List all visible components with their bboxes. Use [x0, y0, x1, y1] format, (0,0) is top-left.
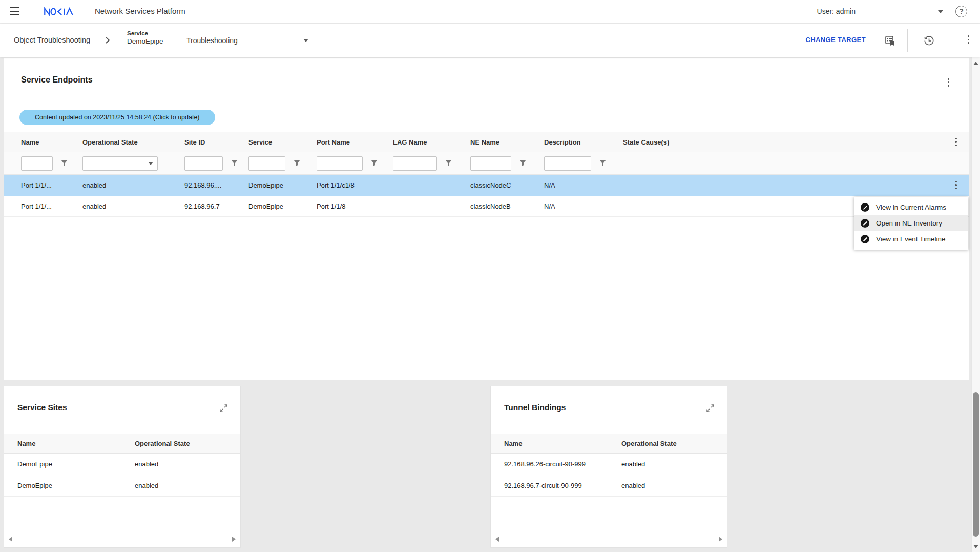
cell-service: DemoEpipe [248, 181, 317, 189]
filter-funnel-icon[interactable] [231, 160, 238, 167]
filter-funnel-icon[interactable] [519, 160, 526, 167]
cell-name: 92.168.96.7-circuit-90-999 [504, 482, 621, 489]
view-selector-value: Troubleshooting [186, 36, 238, 45]
filter-input-service[interactable] [248, 156, 285, 171]
row-context-menu: View in Current Alarms Open in NE Invent… [854, 197, 968, 250]
col-header-ne-name[interactable]: NE Name [470, 138, 544, 146]
col-header-lag-name[interactable]: LAG Name [393, 138, 470, 146]
col-header-description[interactable]: Description [544, 138, 623, 146]
col-header-operational-state[interactable]: Operational State [82, 138, 184, 146]
history-icon[interactable] [923, 35, 935, 49]
horizontal-scrollbar[interactable] [9, 536, 236, 542]
cell-ne-name: classicNodeB [470, 202, 544, 210]
navigate-icon [861, 203, 869, 212]
saved-views-icon[interactable] [884, 35, 895, 48]
toolbar-divider [907, 29, 908, 52]
cell-port-name: Port 1/1/8 [317, 202, 393, 210]
tunnel-bindings-header: Name Operational State [491, 434, 727, 454]
cell-operational-state: enabled [82, 202, 184, 210]
filter-input-lag-name[interactable] [393, 156, 437, 171]
filter-funnel-icon[interactable] [294, 160, 300, 167]
content-updated-pill[interactable]: Content updated on 2023/11/25 14:58:24 (… [19, 110, 215, 125]
troubleshooting-toolbar: Object Troubleshooting Service DemoEpipe… [0, 24, 980, 57]
menu-item-view-event-timeline[interactable]: View in Event Timeline [854, 231, 968, 247]
service-sites-header: Name Operational State [4, 434, 240, 454]
endpoints-table-header: Name Operational State Site ID Service P… [4, 132, 969, 152]
toolbar-divider [174, 29, 174, 52]
view-selector-dropdown[interactable]: Troubleshooting [186, 31, 308, 50]
filter-input-name[interactable] [21, 156, 53, 171]
cell-site-id: 92.168.96.... [184, 181, 248, 189]
tunnel-binding-row[interactable]: 92.168.96.7-circuit-90-999 enabled [491, 475, 727, 497]
breadcrumb-chevron-icon [103, 36, 112, 45]
col-header-operational-state[interactable]: Operational State [621, 440, 727, 447]
cell-name: 92.168.96.26-circuit-90-999 [504, 460, 621, 468]
scroll-right-icon[interactable] [232, 537, 236, 542]
cell-port-name: Port 1/1/c1/8 [317, 181, 393, 189]
toolbar-kebab-icon[interactable] [968, 35, 970, 44]
cell-operational-state: enabled [621, 482, 727, 489]
menu-item-label: View in Event Timeline [876, 235, 946, 243]
filter-input-ne-name[interactable] [470, 156, 511, 171]
filter-funnel-icon[interactable] [371, 160, 378, 167]
menu-item-open-ne-inventory[interactable]: Open in NE Inventory [854, 215, 968, 231]
filter-select-operational-state[interactable] [82, 156, 158, 171]
menu-item-view-current-alarms[interactable]: View in Current Alarms [854, 199, 968, 215]
service-sites-title: Service Sites [17, 403, 67, 412]
scrollbar-thumb[interactable] [973, 392, 979, 537]
nokia-logo-glyph [44, 6, 76, 17]
target-kind-label: Service [127, 30, 163, 36]
hamburger-menu-icon[interactable] [10, 7, 19, 15]
col-header-port-name[interactable]: Port Name [317, 138, 393, 146]
help-icon[interactable]: ? [955, 6, 967, 17]
tunnel-binding-row[interactable]: 92.168.96.26-circuit-90-999 enabled [491, 454, 727, 475]
col-header-name[interactable]: Name [17, 440, 135, 447]
user-menu-caret-icon[interactable] [938, 10, 943, 13]
filter-funnel-icon[interactable] [61, 160, 68, 167]
col-header-state-causes[interactable]: State Cause(s) [623, 138, 943, 146]
page-vertical-scrollbar[interactable] [971, 57, 980, 552]
endpoints-table: Name Operational State Site ID Service P… [4, 132, 969, 217]
horizontal-scrollbar[interactable] [495, 536, 722, 542]
service-endpoints-kebab-icon[interactable] [948, 78, 950, 87]
col-header-service[interactable]: Service [248, 138, 317, 146]
expand-icon[interactable] [219, 404, 228, 413]
user-menu-label[interactable]: User: admin [817, 7, 856, 15]
view-selector-caret-icon [303, 39, 308, 42]
app-title: Network Services Platform [95, 7, 185, 15]
breadcrumb-target: Service DemoEpipe [127, 30, 163, 45]
service-endpoints-panel: Service Endpoints Content updated on 202… [4, 58, 969, 380]
nokia-logo: NOKIA [44, 6, 76, 19]
expand-icon[interactable] [706, 404, 715, 413]
table-settings-kebab-icon[interactable] [955, 138, 957, 147]
scroll-down-icon[interactable] [973, 545, 978, 548]
endpoints-filter-row [4, 152, 969, 175]
cell-service: DemoEpipe [248, 202, 317, 210]
filter-input-site-id[interactable] [184, 156, 223, 171]
service-site-row[interactable]: DemoEpipe enabled [4, 454, 240, 475]
scroll-left-icon[interactable] [495, 537, 499, 542]
cell-name: DemoEpipe [17, 460, 135, 468]
endpoint-row[interactable]: Port 1/1/... enabled 92.168.96.7 DemoEpi… [4, 196, 969, 217]
col-header-site-id[interactable]: Site ID [184, 138, 248, 146]
scroll-right-icon[interactable] [719, 537, 722, 542]
row-actions-kebab-icon[interactable] [955, 181, 957, 190]
change-target-button[interactable]: CHANGE TARGET [805, 36, 866, 44]
endpoint-row-selected[interactable]: Port 1/1/... enabled 92.168.96.... DemoE… [4, 175, 969, 196]
scroll-left-icon[interactable] [9, 537, 12, 542]
filter-funnel-icon[interactable] [599, 160, 606, 167]
service-site-row[interactable]: DemoEpipe enabled [4, 475, 240, 497]
filter-input-description[interactable] [544, 156, 591, 171]
filter-select-caret-icon [148, 162, 153, 165]
cell-name: Port 1/1/... [21, 202, 82, 210]
filter-input-port-name[interactable] [317, 156, 363, 171]
cell-operational-state: enabled [82, 181, 184, 189]
filter-funnel-icon[interactable] [445, 160, 452, 167]
col-header-name[interactable]: Name [21, 138, 82, 146]
cell-operational-state: enabled [135, 482, 240, 489]
menu-item-label: View in Current Alarms [876, 203, 946, 211]
col-header-name[interactable]: Name [504, 440, 621, 447]
breadcrumb-root[interactable]: Object Troubleshooting [14, 36, 90, 44]
scroll-up-icon[interactable] [973, 62, 978, 65]
col-header-operational-state[interactable]: Operational State [135, 440, 240, 447]
